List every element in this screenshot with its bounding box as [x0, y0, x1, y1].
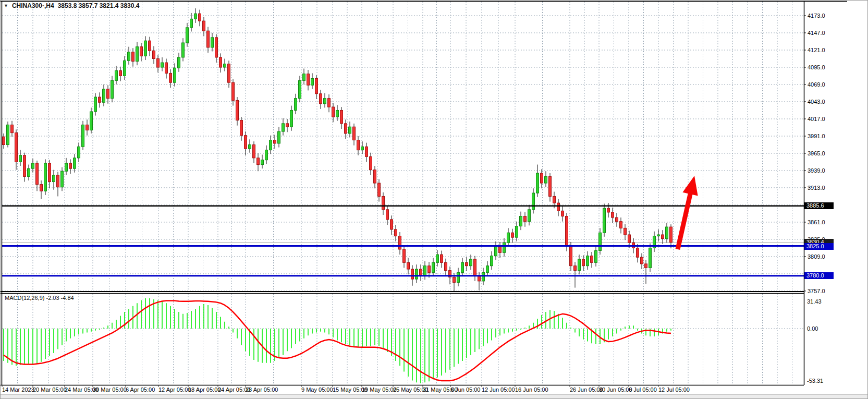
candle-body: [336, 110, 339, 117]
candle-body: [153, 51, 155, 58]
candle-body: [57, 175, 59, 187]
candle-body: [365, 147, 368, 156]
candle-body: [453, 277, 456, 282]
date-label: 18 Apr 05:00: [188, 386, 221, 393]
price-tick-label: 4095.0: [808, 64, 825, 70]
candle-body: [566, 216, 568, 246]
candle-body: [657, 235, 660, 236]
date-label: 6 Jun 05:00: [450, 386, 481, 393]
candle-body: [511, 233, 514, 237]
candle-body: [532, 193, 535, 210]
candle-body: [78, 147, 80, 158]
candle-body: [491, 256, 493, 266]
macd-scale-zero: 0.00: [807, 325, 818, 332]
candle-body: [411, 269, 414, 279]
candle-body: [536, 173, 539, 193]
candle-body: [399, 236, 401, 249]
candle-body: [386, 210, 389, 220]
candle-body: [194, 14, 197, 19]
candle-body: [345, 124, 347, 134]
up-arrow-annotation[interactable]: [678, 176, 698, 249]
candle-body: [132, 52, 135, 62]
candle-body: [115, 70, 118, 80]
candle-body: [357, 140, 360, 150]
chart-canvas[interactable]: 4173.04147.04121.04095.04069.04043.04017…: [1, 1, 868, 399]
date-axis-labels: 14 Mar 202320 Mar 05:0024 Mar 05:0030 Ma…: [2, 385, 690, 393]
candle-body: [11, 125, 14, 132]
candle-body: [541, 173, 543, 183]
symbol-period-label: CHINA300-,H4: [12, 2, 54, 9]
candle-body: [178, 57, 180, 68]
candle-body: [395, 229, 397, 236]
candle-body: [557, 203, 560, 211]
candle-body: [211, 38, 214, 47]
candle-body: [361, 147, 364, 150]
candle-body: [15, 133, 18, 162]
candle-body: [7, 125, 9, 144]
date-label: 20 Mar 05:00: [33, 386, 67, 393]
candle-body: [265, 150, 268, 160]
candle-body: [128, 52, 130, 61]
macd-panel: [4, 298, 671, 383]
candle-body: [624, 228, 627, 235]
candle-body: [236, 100, 239, 120]
candle-body: [311, 79, 314, 86]
candle-body: [503, 243, 506, 252]
candle-body: [432, 262, 435, 272]
candle-body: [32, 163, 34, 168]
candle-body: [666, 227, 668, 239]
candle-body: [61, 171, 64, 187]
date-label: 6 Jul 05:00: [629, 386, 657, 393]
candle-body: [420, 269, 422, 276]
candle-body: [415, 269, 418, 279]
candle-body: [390, 220, 393, 229]
candle-body: [186, 28, 189, 43]
candle-body: [586, 256, 589, 266]
candle-body: [612, 212, 614, 217]
candle-body: [261, 160, 264, 165]
price-tick-label: 4173.0: [808, 13, 825, 19]
macd-scale-max: 31.43: [807, 298, 822, 305]
date-label: 12 Jun 05:00: [482, 386, 515, 393]
candle-body: [3, 137, 5, 144]
candle-body: [240, 120, 243, 136]
chevron-down-icon[interactable]: ▼: [4, 3, 8, 8]
candle-body: [119, 70, 122, 76]
candle-body: [107, 89, 109, 99]
candle-body: [582, 259, 585, 266]
candle-body: [228, 64, 230, 83]
candle-body: [48, 163, 51, 182]
status-strip: [1, 394, 868, 399]
price-tick-label: 4121.0: [808, 47, 825, 53]
candle-body: [257, 158, 260, 165]
candle-body: [570, 246, 572, 266]
candle-body: [94, 97, 97, 112]
date-label: 19 May 05:00: [362, 386, 397, 393]
candle-body: [474, 259, 476, 276]
candle-body: [103, 89, 105, 102]
candle-body: [441, 255, 443, 262]
candle-body: [524, 216, 527, 222]
price-tick-label: 3757.0: [808, 288, 825, 294]
candle-body: [303, 74, 305, 81]
candle-body: [595, 251, 597, 263]
candle-body: [374, 170, 376, 183]
candle-body: [157, 58, 160, 67]
price-level-label-3825: 3825.0: [804, 243, 834, 250]
price-tick-label: 4043.0: [808, 99, 825, 105]
candle-body: [40, 185, 43, 191]
candle-body: [545, 176, 547, 183]
candle-body: [53, 175, 55, 182]
price-axis-labels: 4173.04147.04121.04095.04069.04043.04017…: [804, 13, 825, 294]
candle-body: [270, 140, 272, 150]
candle-body: [165, 63, 168, 73]
candle-body: [111, 80, 114, 98]
date-label: 12 Apr 05:00: [158, 386, 191, 393]
candle-body: [249, 144, 251, 149]
candle-body: [424, 266, 426, 276]
candle-body: [274, 140, 276, 143]
candle-body: [470, 259, 472, 266]
price-tick-label: 4069.0: [808, 81, 825, 88]
candle-body: [69, 163, 72, 168]
candle-body: [244, 136, 247, 149]
